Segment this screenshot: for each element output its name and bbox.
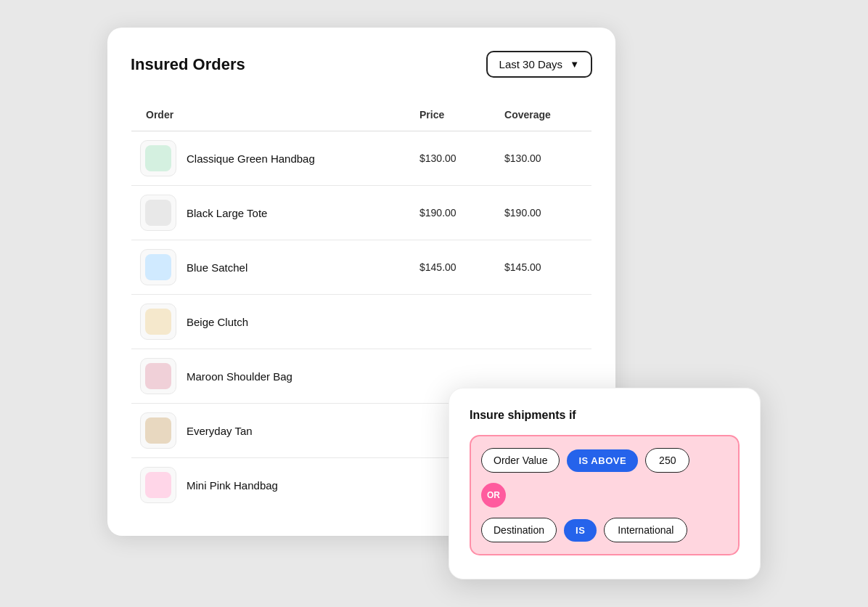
product-cell: 👜 Maroon Shoulder Bag [131, 349, 409, 404]
column-coverage: Coverage [493, 99, 591, 131]
column-price: Price [408, 99, 493, 131]
card-title: Insured Orders [131, 55, 245, 74]
product-cell: 👜 Mini Pink Handbag [131, 458, 409, 513]
product-cell: 👜 Everyday Tan [131, 404, 409, 458]
product-name: Maroon Shoulder Bag [187, 370, 292, 383]
coverage-cell: $190.00 [493, 186, 591, 240]
product-thumbnail: 👜 [140, 140, 176, 176]
product-thumbnail: 👛 [140, 304, 176, 340]
condition-card: Insure shipments if Order Value IS ABOVE… [449, 388, 761, 579]
product-thumbnail: 👜 [140, 249, 176, 285]
product-name: Classique Green Handbag [187, 152, 315, 165]
table-row: 👝 Black Large Tote$190.00$190.00 [131, 186, 592, 240]
svg-rect-12 [145, 472, 171, 498]
operator-chip-is-above[interactable]: IS ABOVE [567, 449, 638, 472]
svg-rect-4 [145, 254, 171, 280]
card-header: Insured Orders Last 30 Days ▼ [131, 51, 592, 78]
product-thumbnail: 👜 [140, 467, 176, 503]
price-cell: $130.00 [408, 131, 493, 186]
or-badge: OR [481, 483, 506, 508]
price-cell: $190.00 [408, 186, 493, 240]
table-row: 👛 Beige Clutch [131, 295, 592, 349]
condition-title: Insure shipments if [470, 409, 740, 422]
date-filter-label: Last 30 Days [499, 58, 563, 70]
date-filter-button[interactable]: Last 30 Days ▼ [486, 51, 592, 78]
chevron-down-icon: ▼ [570, 59, 579, 70]
product-cell: 👝 Black Large Tote [131, 186, 409, 240]
product-cell: 👛 Beige Clutch [131, 295, 409, 349]
product-name: Everyday Tan [187, 425, 253, 437]
field-chip-destination[interactable]: Destination [481, 518, 557, 542]
product-thumbnail: 👜 [140, 358, 176, 394]
table-row: 👜 Classique Green Handbag$130.00$130.00 [131, 131, 592, 186]
product-name: Beige Clutch [187, 316, 248, 328]
svg-rect-0 [145, 145, 171, 171]
svg-rect-2 [145, 200, 171, 226]
svg-rect-6 [145, 309, 171, 335]
coverage-cell: $145.00 [493, 240, 591, 295]
column-order: Order [131, 99, 409, 131]
condition-rules-area: Order Value IS ABOVE 250 OR Destination … [470, 435, 740, 555]
product-cell: 👜 Classique Green Handbag [131, 131, 409, 186]
svg-rect-10 [145, 417, 171, 444]
field-chip-order-value[interactable]: Order Value [481, 448, 560, 473]
condition-row-1: Order Value IS ABOVE 250 [481, 448, 728, 473]
product-thumbnail: 👝 [140, 195, 176, 231]
price-cell: $145.00 [408, 240, 493, 295]
product-thumbnail: 👜 [140, 412, 176, 449]
coverage-cell [493, 295, 591, 349]
product-name: Blue Satchel [187, 261, 247, 274]
value-chip-international[interactable]: International [604, 518, 687, 542]
condition-row-2: Destination IS International [481, 518, 728, 542]
operator-chip-is[interactable]: IS [564, 519, 597, 542]
product-name: Black Large Tote [187, 207, 267, 219]
product-name: Mini Pink Handbag [187, 479, 278, 492]
svg-rect-8 [145, 363, 171, 389]
price-cell [408, 295, 493, 349]
table-row: 👜 Blue Satchel$145.00$145.00 [131, 240, 592, 295]
product-cell: 👜 Blue Satchel [131, 240, 409, 295]
coverage-cell: $130.00 [493, 131, 591, 186]
value-chip-250[interactable]: 250 [645, 448, 689, 473]
